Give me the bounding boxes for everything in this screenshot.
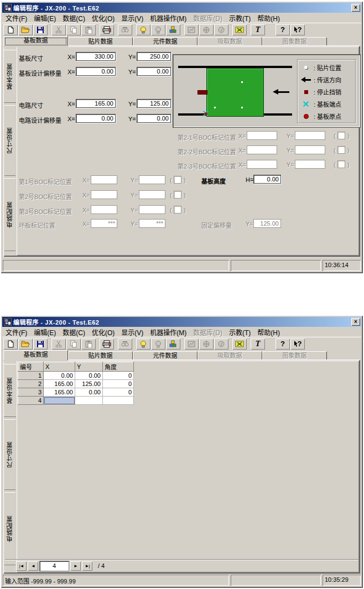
menu-help[interactable]: 帮助(H) xyxy=(254,327,283,337)
first-record-button[interactable]: |◄ xyxy=(16,561,27,571)
circuit-size-y-input[interactable] xyxy=(137,99,171,108)
circuit-offset-x-input[interactable] xyxy=(76,114,116,123)
tab-placement-data[interactable]: 贴片数据 xyxy=(68,37,133,46)
menu-data[interactable]: 数据(C) xyxy=(59,13,89,23)
machine-b-button xyxy=(199,24,214,35)
cell-angle[interactable]: 0 xyxy=(103,372,134,380)
col-header-no[interactable]: 编号 xyxy=(18,362,44,372)
menu-optimize[interactable]: 优化(O) xyxy=(89,327,118,337)
machine-b-button xyxy=(199,338,214,350)
boc23-x-input xyxy=(247,160,277,169)
row-header[interactable]: 2 xyxy=(18,380,44,388)
menu-machine[interactable]: 机器操作(M) xyxy=(147,327,190,337)
board-view-button[interactable] xyxy=(232,24,247,35)
col-header-angle[interactable]: 角度 xyxy=(103,362,134,372)
board-height-input[interactable] xyxy=(253,175,281,184)
close-icon[interactable]: × xyxy=(351,318,360,326)
save-button[interactable] xyxy=(33,24,48,35)
last-record-button[interactable]: ►| xyxy=(82,561,92,571)
help-button[interactable]: ? xyxy=(275,24,290,35)
side-tab-basic-settings[interactable]: 基本设置 xyxy=(3,364,16,417)
board-view-button[interactable] xyxy=(232,338,247,350)
board-shape xyxy=(206,68,264,117)
context-help-button[interactable]: ? xyxy=(290,24,305,35)
menu-file[interactable]: 文件(F) xyxy=(2,13,30,23)
tab-board-data[interactable]: 基板数据 xyxy=(3,36,68,46)
col-header-x[interactable]: X xyxy=(44,362,75,372)
circuit-size-x-input[interactable] xyxy=(76,99,116,108)
tab-placement-data[interactable]: 贴片数据 xyxy=(68,351,133,360)
tab-component-data[interactable]: 元件数据 xyxy=(133,351,197,360)
status-input-range: 输入范围 -999.99 - 999.99 xyxy=(3,575,229,586)
menu-edit[interactable]: 编辑(E) xyxy=(30,327,59,337)
tab-bar: 基板数据 贴片数据 元件数据 吸取数据 图象数据 xyxy=(2,350,361,360)
menu-machine[interactable]: 机器操作(M) xyxy=(147,13,190,23)
cell-y[interactable]: 125.00 xyxy=(75,380,103,388)
optimize-button[interactable] xyxy=(136,24,150,35)
component-blocks-button[interactable] xyxy=(166,338,180,350)
cell-x[interactable]: 165.00 xyxy=(44,380,75,388)
cell-y[interactable] xyxy=(75,397,103,405)
tab-image-data: 图象数据 xyxy=(262,37,327,46)
open-file-button[interactable] xyxy=(18,24,33,35)
cell-y[interactable]: 0.00 xyxy=(75,372,103,380)
col-header-y[interactable]: Y xyxy=(75,362,103,372)
record-number-input[interactable] xyxy=(39,561,69,571)
tab-component-data[interactable]: 元件数据 xyxy=(133,37,197,46)
menu-view[interactable]: 显示(V) xyxy=(118,327,147,337)
menu-optimize[interactable]: 优化(O) xyxy=(89,13,118,23)
cell-angle[interactable]: 0 xyxy=(103,388,134,397)
placement-dot xyxy=(241,107,243,108)
menu-teach[interactable]: 示教(T) xyxy=(226,327,254,337)
x-eq-label: X= xyxy=(82,221,90,227)
tab-board-data[interactable]: 基板数据 xyxy=(3,350,68,360)
row-header[interactable]: 3 xyxy=(18,388,44,397)
next-record-button[interactable]: ► xyxy=(70,561,81,571)
text-tool-button[interactable]: T xyxy=(251,24,265,35)
new-file-button[interactable] xyxy=(3,24,18,35)
board-size-y-input[interactable] xyxy=(137,52,171,61)
cell-x[interactable]: 165.00 xyxy=(44,388,75,397)
print-button[interactable] xyxy=(100,338,114,350)
status-clock: 10:36:14 xyxy=(323,260,361,271)
selected-cell[interactable] xyxy=(44,397,75,405)
context-help-button[interactable]: ? xyxy=(290,338,305,350)
menu-data[interactable]: 数据(C) xyxy=(59,327,89,337)
help-button[interactable]: ? xyxy=(275,338,290,350)
menu-teach[interactable]: 示教(T) xyxy=(226,13,254,23)
optimize-button[interactable] xyxy=(136,338,150,350)
board-offset-y-input[interactable] xyxy=(137,67,171,76)
open-file-button[interactable] xyxy=(18,338,33,350)
cell-angle[interactable] xyxy=(103,397,134,405)
machine-c-button xyxy=(214,338,228,350)
machine-c-button xyxy=(214,24,228,35)
text-tool-button[interactable]: T xyxy=(251,338,265,350)
previous-record-button[interactable]: ◄ xyxy=(28,561,38,571)
save-button[interactable] xyxy=(33,338,48,350)
menu-help[interactable]: 帮助(H) xyxy=(254,13,283,23)
cell-y[interactable]: 0.00 xyxy=(75,388,103,397)
title-bar[interactable]: 编辑程序 - JX-200 - Test.E62 × xyxy=(2,317,361,327)
close-icon[interactable]: × xyxy=(351,4,360,12)
row-header[interactable]: 1 xyxy=(18,372,44,380)
boc1-label: 第1号BOC标记位置 xyxy=(19,177,72,186)
board-offset-x-input[interactable] xyxy=(76,67,116,76)
board-size-x-input[interactable] xyxy=(76,52,116,61)
cell-angle[interactable]: 0 xyxy=(103,380,134,388)
circuit-offset-y-input[interactable] xyxy=(137,114,171,123)
menu-bar: 文件(F) 编辑(E) 数据(C) 优化(O) 显示(V) 机器操作(M) 数据… xyxy=(2,327,361,337)
row-header[interactable]: 4 xyxy=(18,397,44,405)
menu-file[interactable]: 文件(F) xyxy=(2,327,30,337)
print-button[interactable] xyxy=(100,24,114,35)
board-offset-label: 基板设计偏移量 xyxy=(19,69,61,77)
side-tab-basic-settings[interactable]: 基本设置 xyxy=(3,50,16,103)
cell-x[interactable]: 0.00 xyxy=(44,372,75,380)
title-bar[interactable]: 编辑程序 - JX-200 - Test.E62 × xyxy=(2,3,361,13)
placement-dot-icon xyxy=(300,66,312,69)
component-blocks-button[interactable] xyxy=(166,24,180,35)
menu-edit[interactable]: 编辑(E) xyxy=(30,13,59,23)
new-file-button[interactable] xyxy=(3,338,18,350)
copy-button xyxy=(66,24,81,35)
y-eq-label: Y= xyxy=(131,207,138,213)
menu-view[interactable]: 显示(V) xyxy=(118,13,147,23)
